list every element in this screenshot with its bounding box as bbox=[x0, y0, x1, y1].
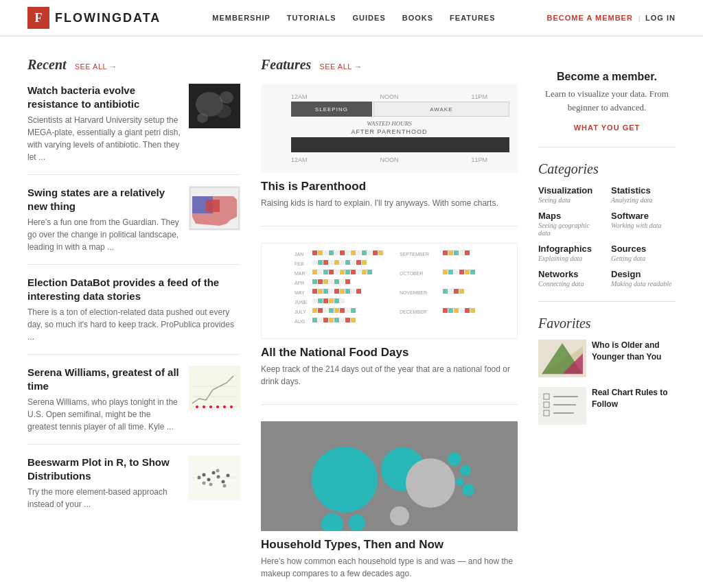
nav-guides[interactable]: GUIDES bbox=[353, 14, 386, 22]
recent-item-title[interactable]: Election DataBot provides a feed of the … bbox=[27, 276, 240, 303]
category-name: Design bbox=[611, 269, 676, 279]
time-midnight-start-2: 12AM bbox=[291, 156, 308, 163]
category-visualization[interactable]: Visualization Seeing data bbox=[538, 185, 603, 204]
svg-text:NOVEMBER: NOVEMBER bbox=[400, 290, 427, 295]
nav-features[interactable]: FEATURES bbox=[450, 14, 495, 22]
recent-see-all[interactable]: SEE ALL → bbox=[75, 62, 117, 71]
features-see-all[interactable]: SEE ALL → bbox=[319, 62, 362, 71]
svg-rect-46 bbox=[356, 250, 361, 255]
logo[interactable]: F FLOWINGDATA bbox=[27, 7, 161, 29]
category-statistics[interactable]: Statistics Analyzing data bbox=[611, 185, 676, 204]
category-desc: Analyzing data bbox=[611, 196, 676, 204]
recent-item-title[interactable]: Watch bacteria evolve resistance to anti… bbox=[27, 84, 181, 110]
household-title[interactable]: Household Types, Then and Now bbox=[261, 538, 518, 552]
svg-rect-103 bbox=[318, 318, 323, 322]
household-bubbles bbox=[261, 421, 518, 531]
recent-item-title[interactable]: Serena Williams, greatest of all time bbox=[27, 366, 181, 392]
svg-rect-82 bbox=[329, 289, 334, 294]
older-younger-title[interactable]: Who is Older and Younger than You bbox=[592, 340, 676, 363]
svg-rect-125 bbox=[443, 289, 448, 294]
svg-point-15 bbox=[223, 405, 226, 408]
svg-rect-97 bbox=[329, 308, 334, 313]
favorite-older-younger: Who is Older and Younger than You bbox=[538, 340, 676, 377]
membership-subtitle: Learn to visualize your data. From begin… bbox=[545, 87, 669, 114]
category-name: Infographics bbox=[538, 244, 603, 254]
category-design[interactable]: Design Making data readable bbox=[611, 269, 676, 287]
svg-rect-53 bbox=[323, 260, 328, 265]
nav-tutorials[interactable]: TUTORIALS bbox=[287, 14, 336, 22]
svg-rect-7 bbox=[189, 366, 240, 410]
feature-parenthood: 12AM NOON 11PM SLEEPING AWAKE WASTED HOU… bbox=[261, 84, 518, 226]
svg-rect-85 bbox=[345, 289, 350, 294]
svg-rect-131 bbox=[454, 308, 459, 313]
after-label: AFTER PARENTHOOD bbox=[269, 128, 509, 136]
before-parenthood-row: SLEEPING AWAKE bbox=[269, 102, 509, 117]
chart-rules-thumb bbox=[538, 387, 586, 425]
beeswarm-thumb bbox=[189, 456, 240, 500]
svg-rect-63 bbox=[323, 270, 328, 274]
become-member-link[interactable]: BECOME A MEMBER bbox=[546, 14, 632, 22]
parenthood-excerpt: Raising kids is hard to explain. I'll tr… bbox=[261, 197, 518, 209]
svg-rect-94 bbox=[312, 308, 317, 313]
parenthood-title[interactable]: This is Parenthood bbox=[261, 180, 518, 193]
nav-books[interactable]: BOOKS bbox=[402, 14, 433, 22]
what-you-get-link[interactable]: WHAT YOU GET bbox=[574, 124, 641, 132]
logo-text: FLOWINGDATA bbox=[55, 11, 161, 25]
favorites-title: Favorites bbox=[538, 316, 676, 331]
login-link[interactable]: LOG IN bbox=[645, 14, 676, 22]
svg-rect-52 bbox=[318, 260, 323, 265]
category-maps[interactable]: Maps Seeing geographic data bbox=[538, 211, 603, 237]
svg-rect-80 bbox=[318, 289, 323, 294]
sleep-chart: 12AM NOON 11PM SLEEPING AWAKE WASTED HOU… bbox=[261, 84, 518, 173]
fooddays-title[interactable]: All the National Food Days bbox=[261, 346, 518, 360]
category-desc: Making data readable bbox=[611, 280, 676, 287]
svg-point-141 bbox=[448, 452, 461, 466]
svg-rect-51 bbox=[312, 260, 317, 265]
svg-rect-66 bbox=[340, 270, 345, 274]
serena-image bbox=[189, 366, 240, 410]
time-midnight-start: 12AM bbox=[291, 93, 308, 100]
svg-rect-79 bbox=[312, 289, 317, 294]
svg-rect-128 bbox=[459, 289, 464, 294]
recent-item-title[interactable]: Beeswarm Plot in R, to Show Distribution… bbox=[27, 456, 181, 482]
svg-rect-122 bbox=[459, 270, 464, 274]
category-sources[interactable]: Sources Getting data bbox=[611, 244, 676, 262]
svg-rect-84 bbox=[340, 289, 345, 294]
chart-rules-image bbox=[538, 387, 586, 425]
header: F FLOWINGDATA MEMBERSHIP TUTORIALS GUIDE… bbox=[0, 0, 703, 36]
membership-title: Become a member. bbox=[545, 71, 669, 83]
category-infographics[interactable]: Infographics Explaining data bbox=[538, 244, 603, 262]
recent-item-title[interactable]: Swing states are a relatively new thing bbox=[27, 186, 181, 213]
category-networks[interactable]: Networks Connecting data bbox=[538, 269, 603, 287]
categories-title: Categories bbox=[538, 161, 676, 177]
svg-rect-50 bbox=[378, 250, 383, 255]
svg-rect-119 bbox=[443, 270, 448, 274]
recent-item-excerpt: There is a ton of election-related data … bbox=[27, 306, 240, 343]
svg-rect-118 bbox=[465, 250, 470, 255]
categories-grid: Visualization Seeing data Statistics Ana… bbox=[538, 185, 676, 287]
category-software[interactable]: Software Working with data bbox=[611, 211, 676, 237]
svg-rect-117 bbox=[459, 250, 464, 255]
older-younger-thumb bbox=[538, 340, 586, 377]
svg-rect-133 bbox=[465, 308, 470, 313]
nav-membership[interactable]: MEMBERSHIP bbox=[212, 14, 270, 22]
svg-point-14 bbox=[216, 405, 219, 408]
svg-rect-87 bbox=[356, 289, 361, 294]
time-night-end-2: 11PM bbox=[471, 156, 487, 163]
svg-point-140 bbox=[349, 515, 365, 531]
pipe-divider: | bbox=[638, 14, 640, 22]
svg-text:MAY: MAY bbox=[295, 290, 305, 295]
recent-item-serena: Serena Williams, greatest of all time Se… bbox=[27, 366, 240, 445]
chart-rules-title[interactable]: Real Chart Rules to Follow bbox=[592, 387, 676, 410]
svg-rect-74 bbox=[323, 279, 328, 284]
svg-rect-116 bbox=[454, 250, 459, 255]
recent-text: Election DataBot provides a feed of the … bbox=[27, 276, 240, 343]
svg-rect-54 bbox=[329, 260, 334, 265]
svg-point-25 bbox=[203, 482, 206, 485]
svg-rect-57 bbox=[345, 260, 350, 265]
svg-rect-42 bbox=[334, 250, 339, 255]
svg-rect-120 bbox=[448, 270, 453, 274]
svg-rect-86 bbox=[351, 289, 356, 294]
svg-rect-38 bbox=[312, 250, 317, 255]
main-container: Recent SEE ALL → Watch bacteria evolve r… bbox=[0, 36, 703, 588]
